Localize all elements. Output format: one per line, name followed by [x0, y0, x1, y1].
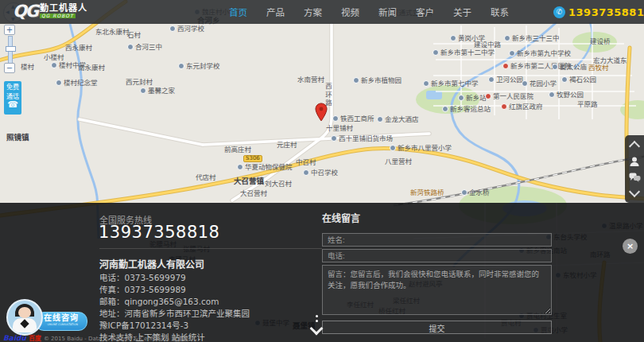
map-label: 金水桥: [461, 189, 490, 196]
poi-icon: [51, 62, 57, 68]
map-label: S306: [243, 155, 262, 162]
online-consult-button[interactable]: 在线咨询 ONLINE CONSULTATION: [35, 312, 87, 331]
poi-icon: [56, 80, 62, 86]
contact-line: 豫ICP备17012314号-3: [99, 320, 250, 332]
poi-icon: [169, 25, 176, 32]
footer-divider: [99, 248, 322, 249]
poi-icon: [552, 64, 558, 70]
map-label: 西元封村: [126, 79, 153, 86]
map-attribution: Baidu 百度 © 2015 Baidu - Data © NavInfo &…: [3, 333, 188, 342]
map-label: 十里铺村: [326, 125, 353, 132]
contact-line: 电话：0373-5699979: [99, 272, 250, 284]
poi-icon: [488, 76, 495, 83]
logo-cn-text: 勤工机器人: [40, 4, 87, 13]
consultant-avatar[interactable]: [6, 299, 43, 336]
poi-icon: [501, 103, 507, 110]
poi-icon: [450, 35, 456, 41]
map-label: 水南营村: [297, 76, 324, 84]
poi-icon: [502, 63, 509, 69]
contact-line: 邮箱：qingong365@163.com: [99, 296, 250, 308]
map-label: 卫河公园: [488, 76, 523, 84]
map-label: 新乡市第九中学校: [509, 50, 571, 57]
nav-item[interactable]: 关于: [453, 6, 471, 18]
chevron-up-icon[interactable]: [629, 141, 640, 152]
poi-icon: [127, 44, 134, 50]
map-label: 合河三中: [127, 44, 162, 51]
avatar-face: [18, 307, 31, 318]
poi-icon: [140, 87, 146, 94]
map-label: 石村: [127, 32, 141, 39]
nav-phone-number: 13937358818: [568, 6, 644, 18]
map-label: 元庄村: [277, 142, 297, 149]
poi-icon: [377, 116, 383, 122]
map-zoom-handle[interactable]: [6, 46, 16, 52]
map-label: 楼村: [21, 64, 34, 71]
map-label: 墨馨之家: [140, 87, 175, 95]
site-logo[interactable]: QG 勤工机器人 QG ROBOT: [13, 2, 87, 21]
side-toolbar: [625, 135, 644, 203]
chat-bubbles-icon[interactable]: [629, 173, 641, 182]
poi-icon: [442, 106, 448, 112]
logo-qg-text: QG: [13, 2, 37, 21]
map-label: 新乡市植物园: [353, 77, 402, 84]
top-navbar: QG 勤工机器人 QG ROBOT 首页产品方案视频新闻客户关于联系 ✆ 139…: [0, 0, 644, 24]
map-label: 东北永康村: [95, 29, 130, 36]
map-label: 大召营村: [240, 190, 267, 197]
map-label: 西十里铺旧货市场: [331, 135, 393, 142]
poi-icon: [237, 164, 243, 170]
map-label: 第一人民医院: [485, 93, 533, 100]
poi-icon: [331, 135, 337, 142]
close-icon[interactable]: ×: [623, 239, 638, 254]
map-label: 前高庄村: [224, 146, 251, 154]
map-zoom-in-button[interactable]: +: [4, 25, 15, 35]
map-label: 东元封学校: [178, 63, 220, 70]
map-label: 花园小学: [522, 80, 557, 87]
poi-icon: [178, 63, 184, 69]
map-label: 南永康村: [78, 64, 105, 72]
phone-input[interactable]: [322, 249, 552, 262]
logo-en-text: QG ROBOT: [40, 14, 76, 18]
poi-icon: [485, 93, 491, 99]
nav-item[interactable]: 首页: [229, 6, 247, 18]
free-call-label-1: 免费: [4, 81, 21, 91]
scroll-down-indicator[interactable]: [309, 313, 324, 333]
nav-item[interactable]: 客户: [416, 6, 434, 18]
poi-icon: [522, 80, 528, 87]
attribution-text: © 2015 Baidu - Data © NavInfo & CenNavi …: [44, 334, 188, 342]
nav-item[interactable]: 新闻: [378, 6, 397, 18]
poi-icon: [353, 77, 359, 84]
map-label: 大召营镇: [234, 177, 264, 185]
poi-icon: [549, 91, 555, 98]
message-textarea[interactable]: 留言：您留言后，我们会很快和您电话联系，同时非常感谢您的关注，愿我们合作成功。: [322, 265, 552, 315]
scroll-dot: [316, 315, 318, 317]
map-zoom-out-button[interactable]: −: [4, 63, 15, 73]
map-label: 楼村纪念堂: [56, 80, 98, 87]
poi-icon: [332, 115, 339, 122]
submit-button[interactable]: 提交: [322, 321, 552, 334]
customer-service-icon[interactable]: [629, 156, 640, 167]
map-label: 代店村: [196, 174, 216, 181]
poi-icon: [458, 95, 464, 101]
map-label: 西牧村: [588, 64, 609, 72]
company-name: 河南勤工机器人有限公司: [99, 257, 204, 270]
chevron-down-icon[interactable]: [629, 186, 640, 197]
poi-icon: [423, 80, 429, 87]
nav-item[interactable]: 视频: [341, 6, 359, 18]
name-input[interactable]: [322, 233, 552, 247]
free-call-button[interactable]: 免费 通话 ☎: [4, 81, 21, 115]
nav-item[interactable]: 方案: [304, 6, 322, 18]
map-label: 中召学校: [303, 169, 338, 177]
nav-item[interactable]: 产品: [266, 6, 285, 18]
contact-line: 传真：0373-5699989: [99, 284, 250, 296]
poi-icon: [433, 49, 439, 56]
poi-icon: [461, 189, 467, 196]
map-label: 宏力大道东: [593, 57, 627, 64]
consult-label: 在线咨询: [36, 313, 87, 323]
nav-item[interactable]: 联系: [491, 6, 509, 18]
nav-menu: 首页产品方案视频新闻客户关于联系: [229, 0, 509, 24]
map-label: 新乡客运总站: [442, 106, 491, 113]
poi-icon: [504, 35, 510, 41]
map-marker-pin[interactable]: [315, 103, 328, 122]
map-label: 照镜镇: [6, 134, 29, 142]
map-label: 铁西工商所: [332, 115, 374, 122]
